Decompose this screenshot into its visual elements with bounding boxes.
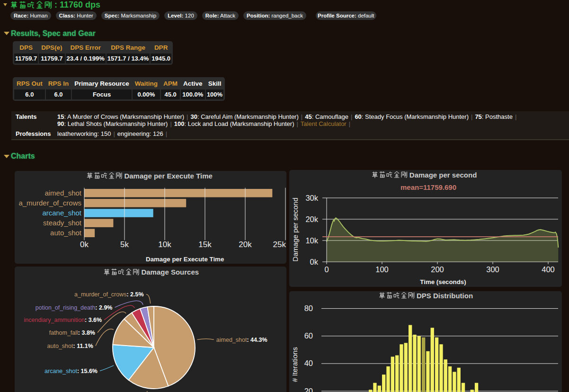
svg-text:Damage per second: Damage per second bbox=[291, 197, 299, 261]
svg-text:0k: 0k bbox=[80, 240, 89, 249]
svg-text:25k: 25k bbox=[273, 240, 286, 249]
svg-text:Damage per Execute Time: Damage per Execute Time bbox=[146, 256, 224, 263]
svg-text:10k: 10k bbox=[305, 236, 318, 245]
svg-text:200: 200 bbox=[431, 265, 444, 274]
svg-text:0k: 0k bbox=[310, 258, 319, 266]
svg-text:5k: 5k bbox=[120, 240, 129, 249]
svg-text:20k: 20k bbox=[305, 215, 318, 223]
svg-text:80: 80 bbox=[304, 304, 313, 312]
svg-text:20: 20 bbox=[304, 387, 313, 392]
svg-text:arcane_shot: 15.6%: arcane_shot: 15.6% bbox=[44, 368, 98, 374]
svg-text:0: 0 bbox=[324, 265, 329, 274]
svg-text:arcane_shot: arcane_shot bbox=[42, 209, 81, 217]
svg-text:40: 40 bbox=[304, 359, 313, 367]
svg-text:DPS Distribution: DPS Distribution bbox=[417, 292, 473, 300]
svg-text:Damage Sources: Damage Sources bbox=[141, 268, 199, 276]
svg-text:auto_shot: 11.1%: auto_shot: 11.1% bbox=[47, 343, 93, 349]
svg-text:# Iterations: # Iterations bbox=[291, 347, 299, 382]
svg-text:10k: 10k bbox=[158, 240, 171, 249]
svg-text:100: 100 bbox=[375, 265, 389, 274]
svg-text:steady_shot: steady_shot bbox=[43, 219, 82, 227]
svg-text:300: 300 bbox=[486, 265, 499, 274]
svg-text:20k: 20k bbox=[239, 240, 252, 249]
svg-text:fathom_fall: 3.8%: fathom_fall: 3.8% bbox=[49, 330, 95, 336]
svg-text:aimed_shot: 44.3%: aimed_shot: 44.3% bbox=[216, 337, 267, 343]
svg-text:potion_of_rising_death: 2.9%: potion_of_rising_death: 2.9% bbox=[36, 304, 113, 311]
svg-text:400: 400 bbox=[542, 265, 555, 274]
svg-text:incendiary_ammunition: 3.6%: incendiary_ammunition: 3.6% bbox=[24, 317, 102, 323]
svg-text:30k: 30k bbox=[305, 194, 318, 202]
svg-text:aimed_shot: aimed_shot bbox=[44, 189, 81, 197]
svg-text:Time (seconds): Time (seconds) bbox=[420, 278, 466, 285]
svg-text:Damage per Execute Time: Damage per Execute Time bbox=[124, 172, 212, 180]
svg-text:Damage per second: Damage per second bbox=[409, 171, 477, 179]
svg-text:auto_shot: auto_shot bbox=[50, 229, 82, 237]
svg-text:60: 60 bbox=[304, 331, 313, 340]
svg-text:a_murder_of_crows: 2.5%: a_murder_of_crows: 2.5% bbox=[74, 291, 144, 298]
svg-text:15k: 15k bbox=[198, 240, 212, 249]
svg-text:mean=11759.690: mean=11759.690 bbox=[400, 183, 456, 191]
svg-text:a_murder_of_crows: a_murder_of_crows bbox=[18, 199, 81, 207]
